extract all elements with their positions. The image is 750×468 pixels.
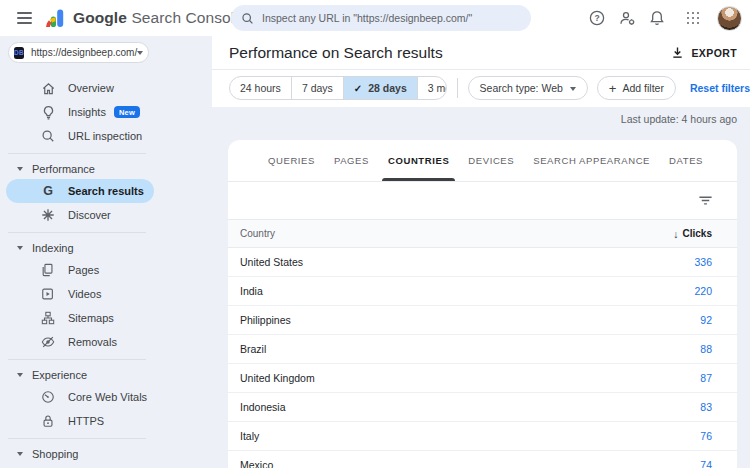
sidebar-item-label: Pages — [68, 264, 99, 276]
divider — [8, 153, 146, 154]
reset-filters-link[interactable]: Reset filters — [690, 82, 750, 94]
table-filter-icon[interactable] — [698, 193, 713, 208]
table-row[interactable]: Mexico 74 — [228, 451, 737, 468]
lock-icon — [40, 414, 56, 428]
tab-devices[interactable]: DEVICES — [468, 140, 514, 181]
user-avatar[interactable] — [717, 6, 742, 31]
app-logo[interactable]: Google Search Console — [45, 8, 243, 28]
table-row[interactable]: Indonesia 83 — [228, 393, 737, 422]
clicks-cell[interactable]: 220 — [694, 285, 712, 297]
sidebar-item-https[interactable]: HTTPS — [6, 409, 154, 433]
export-label: EXPORT — [691, 47, 737, 59]
country-cell: Brazil — [240, 343, 266, 355]
sidebar-item-videos[interactable]: Videos — [6, 282, 154, 306]
date-range-7-days[interactable]: 7 days — [291, 77, 343, 99]
url-inspect-input[interactable] — [262, 12, 521, 24]
sidebar-item-label: URL inspection — [68, 130, 142, 142]
search-icon — [40, 129, 56, 143]
clicks-cell[interactable]: 336 — [694, 256, 712, 268]
date-range-segmented-control: 24 hours 7 days ✓28 days 3 months More — [229, 76, 447, 100]
section-performance[interactable]: Performance — [0, 159, 210, 179]
country-column-header[interactable]: Country — [240, 228, 275, 239]
chevron-down-icon — [17, 452, 23, 459]
search-type-label: Search type: Web — [480, 82, 563, 94]
date-range-24-hours[interactable]: 24 hours — [230, 77, 291, 99]
export-button[interactable]: EXPORT — [671, 46, 737, 59]
filter-chips-row: 24 hours 7 days ✓28 days 3 months More S… — [212, 70, 750, 106]
country-cell: United States — [240, 256, 303, 268]
section-experience[interactable]: Experience — [0, 365, 210, 385]
clicks-header-label: Clicks — [683, 228, 712, 239]
sidebar-item-url-inspection[interactable]: URL inspection — [6, 124, 154, 148]
table-row[interactable]: Brazil 88 — [228, 335, 737, 364]
sort-descending-icon: ↓ — [673, 228, 678, 240]
table-row[interactable]: India 220 — [228, 277, 737, 306]
page-title: Performance on Search results — [229, 44, 443, 62]
google-g-icon: G — [40, 184, 56, 198]
account-settings-icon[interactable] — [612, 3, 642, 33]
sidebar-item-insights[interactable]: Insights New — [6, 100, 154, 124]
chevron-down-icon — [17, 373, 23, 380]
clicks-cell[interactable]: 83 — [700, 401, 712, 413]
menu-icon[interactable] — [9, 3, 39, 33]
sidebar-item-search-results[interactable]: G Search results — [6, 179, 154, 203]
section-shopping[interactable]: Shopping — [0, 444, 210, 464]
date-range-3-months[interactable]: 3 months — [417, 77, 447, 99]
section-indexing[interactable]: Indexing — [0, 238, 210, 258]
divider — [8, 359, 146, 360]
plus-icon: + — [609, 82, 617, 95]
sidebar-item-removals[interactable]: Removals — [6, 330, 154, 354]
chevron-down-icon — [17, 167, 23, 174]
search-console-logo-icon — [45, 8, 65, 28]
date-range-28-days[interactable]: ✓28 days — [343, 77, 417, 99]
property-url: https://designbeep.com/ — [31, 47, 137, 58]
help-icon[interactable]: ? — [582, 3, 612, 33]
property-selector[interactable]: DB https://designbeep.com/ — [8, 42, 149, 63]
table-toolbar — [228, 182, 737, 220]
sidebar-item-label: Sitemaps — [68, 312, 114, 324]
segment-label: 3 months — [428, 82, 447, 94]
clicks-cell[interactable]: 76 — [700, 430, 712, 442]
add-filter-button[interactable]: + Add filter — [597, 76, 676, 100]
sidebar-item-label: Insights — [68, 106, 106, 118]
divider — [8, 438, 146, 439]
google-apps-grid-icon[interactable] — [678, 3, 708, 33]
url-inspect-searchbox[interactable] — [231, 5, 531, 31]
clicks-column-header[interactable]: ↓ Clicks — [673, 228, 712, 240]
notifications-bell-icon[interactable] — [642, 3, 672, 33]
segment-label: 28 days — [368, 82, 407, 94]
clicks-cell[interactable]: 74 — [700, 459, 712, 468]
add-filter-label: Add filter — [622, 82, 663, 94]
home-icon — [40, 81, 56, 96]
sidebar-item-label: Discover — [68, 209, 111, 221]
country-cell: Mexico — [240, 459, 273, 468]
table-header-row: Country ↓ Clicks — [228, 220, 737, 248]
tab-dates[interactable]: DATES — [669, 140, 703, 181]
tab-search-appearance[interactable]: SEARCH APPEARANCE — [533, 140, 650, 181]
country-cell: Indonesia — [240, 401, 286, 413]
table-row[interactable]: Italy 76 — [228, 422, 737, 451]
sidebar-item-core-web-vitals[interactable]: Core Web Vitals — [6, 385, 154, 409]
table-row[interactable]: United Kingdom 87 — [228, 364, 737, 393]
tab-queries[interactable]: QUERIES — [268, 140, 315, 181]
sidebar-item-pages[interactable]: Pages — [6, 258, 154, 282]
svg-text:?: ? — [594, 13, 599, 23]
lightbulb-icon — [40, 105, 56, 120]
dimension-tabs: QUERIES PAGES COUNTRIES DEVICES SEARCH A… — [228, 140, 737, 182]
sidebar-item-label: Removals — [68, 336, 117, 348]
search-type-filter[interactable]: Search type: Web — [468, 76, 588, 100]
sidebar-item-sitemaps[interactable]: Sitemaps — [6, 306, 154, 330]
table-row[interactable]: Philippines 92 — [228, 306, 737, 335]
tab-countries[interactable]: COUNTRIES — [388, 140, 449, 181]
discover-asterisk-icon — [40, 208, 56, 222]
top-app-bar: Google Search Console ? — [0, 0, 750, 36]
clicks-cell[interactable]: 87 — [700, 372, 712, 384]
clicks-cell[interactable]: 88 — [700, 343, 712, 355]
clicks-cell[interactable]: 92 — [700, 314, 712, 326]
topbar-actions: ? — [582, 0, 744, 36]
sidebar-item-label: Overview — [68, 82, 114, 94]
tab-pages[interactable]: PAGES — [334, 140, 369, 181]
sidebar-item-discover[interactable]: Discover — [6, 203, 154, 227]
table-row[interactable]: United States 336 — [228, 248, 737, 277]
sidebar-item-overview[interactable]: Overview — [6, 76, 154, 100]
